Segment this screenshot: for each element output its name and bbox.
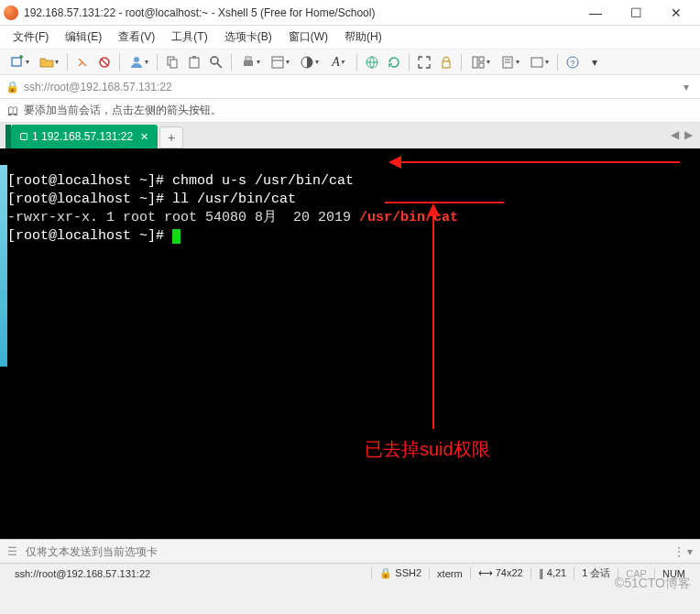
svg-rect-18 xyxy=(443,61,450,68)
address-input[interactable] xyxy=(24,81,678,93)
prompt: [root@localhost ~]# xyxy=(7,173,172,189)
svg-line-4 xyxy=(101,59,108,66)
menu-tab[interactable]: 选项卡(B) xyxy=(217,27,279,48)
disconnect-button[interactable] xyxy=(94,52,115,72)
menu-help[interactable]: 帮助(H) xyxy=(337,27,389,48)
compose-icon[interactable]: ☰ xyxy=(7,545,20,558)
svg-rect-7 xyxy=(170,60,177,68)
svg-rect-14 xyxy=(272,57,283,68)
window-title: 192.168.57.131:22 - root@localhost:~ - X… xyxy=(24,6,575,19)
reconnect-button[interactable] xyxy=(72,52,93,72)
tab-close-icon[interactable]: ✕ xyxy=(140,131,148,143)
copy-button[interactable] xyxy=(162,52,182,72)
menu-edit[interactable]: 编辑(E) xyxy=(58,27,109,48)
status-conn: ssh://root@192.168.57.131:22 xyxy=(7,568,371,579)
open-button[interactable] xyxy=(35,52,62,72)
output-highlight: /usr/bin/cat xyxy=(359,210,458,225)
maximize-button[interactable]: ☐ xyxy=(616,0,656,26)
status-sessions: 1 会话 xyxy=(574,566,618,580)
lock-button[interactable] xyxy=(436,52,456,72)
separator xyxy=(231,54,232,71)
globe-button[interactable] xyxy=(362,52,382,72)
fullscreen-button[interactable] xyxy=(414,52,434,72)
terminal[interactable]: [root@localhost ~]# chmod u-s /usr/bin/c… xyxy=(0,148,700,539)
status-term: xterm xyxy=(429,568,470,579)
separator xyxy=(119,54,120,71)
menu-view[interactable]: 查看(V) xyxy=(111,27,162,48)
svg-rect-9 xyxy=(192,56,196,59)
compose-input[interactable] xyxy=(26,545,673,558)
menu-tools[interactable]: 工具(T) xyxy=(164,27,214,48)
print-button[interactable] xyxy=(236,52,264,72)
profile-button[interactable] xyxy=(125,52,152,72)
status-pos: ‖ 4,21 xyxy=(530,567,574,579)
svg-text:?: ? xyxy=(570,59,574,68)
svg-rect-21 xyxy=(479,63,484,68)
left-edge-decoration xyxy=(0,165,7,367)
output: -rwxr-xr-x. 1 root root 54080 8月 20 2019 xyxy=(7,210,359,225)
encoding-button[interactable] xyxy=(525,52,552,72)
titlebar: 192.168.57.131:22 - root@localhost:~ - X… xyxy=(0,0,700,26)
annotation-label: 已去掉suid权限 xyxy=(365,440,490,458)
annotation-arrowhead xyxy=(427,203,440,216)
paste-button[interactable] xyxy=(184,52,204,72)
session-tab[interactable]: 1 192.168.57.131:22 ✕ xyxy=(11,125,158,148)
separator xyxy=(67,54,68,71)
toolbar: A ? ▾ xyxy=(0,49,700,75)
status-bar: ssh://root@192.168.57.131:22 🔒 SSH2 xter… xyxy=(0,563,700,583)
command: chmod u-s /usr/bin/cat xyxy=(172,173,354,189)
tab-nav: ◀ ▶ xyxy=(671,128,693,141)
svg-rect-0 xyxy=(12,58,21,66)
tab-prev-button[interactable]: ◀ xyxy=(671,128,679,141)
font-button[interactable]: A xyxy=(324,52,352,72)
status-cap: CAP xyxy=(618,568,654,579)
find-button[interactable] xyxy=(206,52,226,72)
separator xyxy=(356,54,357,71)
status-num: NUM xyxy=(654,568,693,579)
separator xyxy=(557,54,558,71)
app-icon xyxy=(4,5,18,20)
menu-window[interactable]: 窗口(W) xyxy=(281,27,335,48)
minimize-button[interactable]: — xyxy=(575,0,616,26)
new-session-button[interactable] xyxy=(5,52,33,72)
close-button[interactable]: ✕ xyxy=(656,0,696,26)
tip-text: 要添加当前会话，点击左侧的箭头按钮。 xyxy=(24,103,222,118)
annotation-arrow xyxy=(432,205,434,429)
separator xyxy=(157,54,158,71)
command: ll /usr/bin/cat xyxy=(172,192,296,207)
svg-point-5 xyxy=(134,57,139,62)
window-controls: — ☐ ✕ xyxy=(575,0,696,26)
refresh-button[interactable] xyxy=(384,52,404,72)
bookmark-icon[interactable]: ▾ xyxy=(684,81,689,93)
menubar: 文件(F) 编辑(E) 查看(V) 工具(T) 选项卡(B) 窗口(W) 帮助(… xyxy=(0,26,700,49)
svg-rect-19 xyxy=(473,57,477,68)
menu-file[interactable]: 文件(F) xyxy=(5,27,56,48)
properties-button[interactable] xyxy=(266,52,293,72)
toolbar-overflow-button[interactable]: ▾ xyxy=(585,52,605,72)
script-button[interactable] xyxy=(496,52,523,72)
svg-rect-12 xyxy=(244,60,253,66)
layout-button[interactable] xyxy=(466,52,494,72)
svg-rect-20 xyxy=(479,57,484,61)
status-size: ⟷ 74x22 xyxy=(470,567,530,579)
prompt: [root@localhost ~]# xyxy=(7,192,172,207)
annotation-arrow xyxy=(396,161,680,163)
help-button[interactable]: ? xyxy=(563,52,583,72)
svg-line-11 xyxy=(217,63,222,68)
separator xyxy=(461,54,462,71)
annotation-underline xyxy=(385,202,504,203)
lock-icon: 🔒 xyxy=(5,81,18,93)
new-tab-button[interactable]: + xyxy=(159,126,183,148)
compose-bar: ☰ ⋮ ▾ xyxy=(0,539,700,563)
tab-next-button[interactable]: ▶ xyxy=(684,128,693,141)
tip-bar: 🕮 要添加当前会话，点击左侧的箭头按钮。 xyxy=(0,99,700,123)
svg-rect-25 xyxy=(531,58,542,67)
compose-options-icon[interactable]: ⋮ ▾ xyxy=(673,545,693,558)
tab-bar: 1 192.168.57.131:22 ✕ + ◀ ▶ xyxy=(0,123,700,148)
separator xyxy=(409,54,410,71)
bookmark-tip-icon[interactable]: 🕮 xyxy=(7,104,18,117)
color-button[interactable] xyxy=(295,52,323,72)
address-bar: 🔒 ▾ xyxy=(0,75,700,99)
annotation-arrowhead xyxy=(388,156,401,169)
svg-point-10 xyxy=(211,57,218,64)
